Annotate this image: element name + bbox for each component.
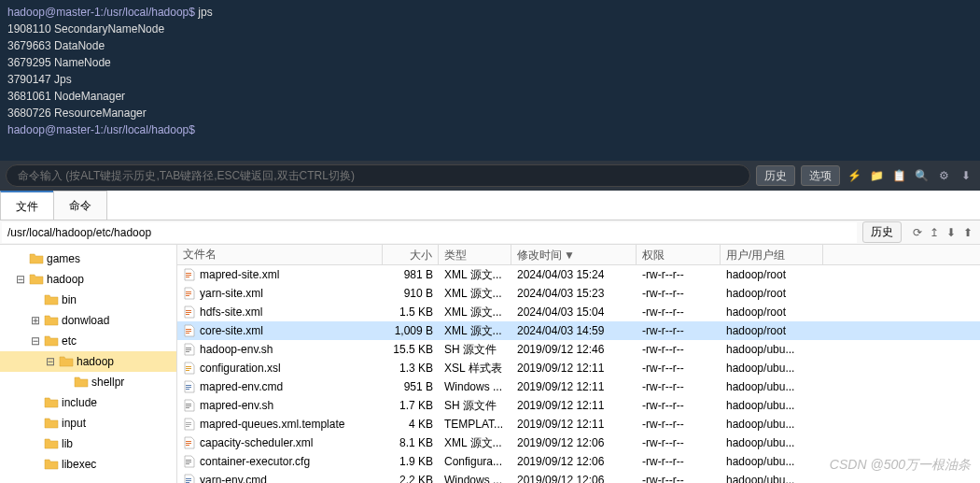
tree-item-input[interactable]: input (0, 413, 176, 433)
file-row[interactable]: core-site.xml1,009 BXML 源文...2024/04/03 … (177, 321, 980, 340)
terminal-prompt: hadoop@master-1:/usr/local/hadoop$ (7, 123, 195, 136)
path-history-button[interactable]: 历史 (862, 221, 902, 243)
file-name: mapred-queues.xml.template (200, 418, 344, 431)
file-icon (183, 343, 196, 356)
file-type: SH 源文件 (439, 397, 511, 415)
terminal-line: 1908110 SecondaryNameNode (7, 21, 973, 37)
file-icon (183, 324, 196, 337)
download-icon[interactable]: ⬇ (946, 226, 956, 239)
terminal-prompt: hadoop@master-1:/usr/local/hadoop$ (7, 6, 195, 19)
header-perm[interactable]: 权限 (637, 245, 721, 264)
file-user: hadoop/ubu... (721, 473, 823, 483)
file-name: mapred-env.sh (200, 399, 273, 412)
path-input[interactable] (2, 222, 857, 243)
header-name[interactable]: 文件名 (177, 245, 383, 264)
svg-rect-2 (186, 277, 189, 277)
upload-icon[interactable]: ⬆ (963, 226, 973, 239)
folder-icon[interactable]: 📁 (868, 167, 885, 184)
header-user[interactable]: 用户/用户组 (721, 245, 823, 264)
file-name: yarn-site.xml (200, 287, 263, 300)
folder-icon (44, 417, 59, 430)
svg-rect-13 (186, 349, 191, 350)
command-input[interactable] (6, 164, 750, 187)
file-size: 8.1 KB (383, 435, 439, 450)
file-mod: 2024/04/03 14:59 (511, 323, 637, 338)
file-mod: 2019/09/12 12:11 (511, 379, 637, 394)
file-type: XML 源文... (439, 322, 511, 340)
up-icon[interactable]: ↥ (930, 226, 939, 239)
search-icon[interactable]: 🔍 (913, 167, 930, 184)
terminal-output[interactable]: hadoop@master-1:/usr/local/hadoop$ jps19… (0, 0, 980, 161)
tab-command[interactable]: 命令 (53, 191, 107, 220)
file-size: 1.9 KB (383, 454, 439, 469)
tree-item-etc[interactable]: ⊟etc (0, 331, 176, 351)
file-user: hadoop/ubu... (721, 435, 823, 450)
svg-rect-3 (186, 291, 191, 292)
file-name: yarn-env.cmd (200, 474, 267, 483)
file-row[interactable]: hdfs-site.xml1.5 KBXML 源文...2024/04/03 1… (177, 303, 980, 321)
history-button[interactable]: 历史 (756, 165, 795, 186)
file-row[interactable]: mapred-env.sh1.7 KBSH 源文件2019/09/12 12:1… (177, 396, 980, 415)
terminal-line: hadoop@master-1:/usr/local/hadoop$ (7, 121, 973, 138)
tree-item-lib[interactable]: lib (0, 433, 176, 454)
folder-icon (29, 252, 44, 265)
file-type: SH 源文件 (439, 341, 511, 359)
tree-item-bin[interactable]: bin (0, 290, 176, 310)
svg-rect-21 (186, 404, 191, 405)
file-name: hadoop-env.sh (200, 343, 273, 356)
file-row[interactable]: container-executor.cfg1.9 KBConfigura...… (177, 452, 980, 471)
svg-rect-16 (186, 368, 191, 369)
file-icon (183, 305, 196, 319)
header-type[interactable]: 类型 (439, 245, 511, 264)
tree-toggle-icon[interactable]: ⊟ (30, 333, 41, 349)
svg-rect-22 (186, 405, 191, 406)
tree-toggle-icon[interactable]: ⊟ (15, 271, 26, 288)
options-button[interactable]: 选项 (801, 165, 840, 186)
terminal-line: hadoop@master-1:/usr/local/hadoop$ jps (7, 4, 973, 21)
file-row[interactable]: capacity-scheduler.xml8.1 KBXML 源文...201… (177, 433, 980, 452)
tree-label: etc (62, 333, 77, 349)
file-type: XML 源文... (439, 434, 511, 452)
terminal-line: 3790147 Jps (7, 71, 973, 88)
file-user: hadoop/root (721, 286, 823, 301)
file-row[interactable]: yarn-env.cmd2.2 KBWindows ...2019/09/12 … (177, 471, 980, 483)
tree-item-hadoop[interactable]: ⊟hadoop (0, 269, 176, 290)
file-size: 981 B (383, 267, 439, 282)
bolt-icon[interactable]: ⚡ (846, 167, 862, 184)
file-row[interactable]: mapred-env.cmd951 BWindows ...2019/09/12… (177, 377, 980, 396)
file-type: Configura... (439, 454, 511, 469)
file-row[interactable]: mapred-site.xml981 BXML 源文...2024/04/03 … (177, 265, 980, 284)
file-row[interactable]: hadoop-env.sh15.5 KBSH 源文件2019/09/12 12:… (177, 340, 980, 359)
copy-icon[interactable]: 📋 (890, 167, 907, 184)
refresh-icon[interactable]: ⟳ (913, 226, 922, 239)
file-row[interactable]: configuration.xsl1.3 KBXSL 样式表2019/09/12… (177, 359, 980, 377)
tree-item-hadoop[interactable]: ⊟hadoop (0, 351, 176, 372)
file-mod: 2019/09/12 12:46 (511, 342, 637, 357)
header-mod[interactable]: 修改时间▼ (511, 245, 637, 264)
download-icon[interactable]: ⬇ (958, 167, 974, 184)
gear-icon[interactable]: ⚙ (935, 167, 952, 184)
folder-tree[interactable]: games⊟hadoopbin⊞donwload⊟etc⊟hadoopshell… (0, 245, 177, 483)
svg-rect-10 (186, 331, 191, 332)
tree-item-donwload[interactable]: ⊞donwload (0, 310, 176, 331)
tab-bar: 文件命令 (0, 191, 980, 220)
terminal-line: 3679295 NameNode (7, 54, 973, 71)
file-perm: -rw-r--r-- (637, 473, 721, 483)
tree-toggle-icon[interactable]: ⊟ (45, 353, 56, 370)
file-type: TEMPLAT... (439, 417, 511, 432)
tab-file[interactable]: 文件 (0, 191, 54, 220)
file-name: container-executor.cfg (200, 455, 310, 468)
file-perm: -rw-r--r-- (637, 417, 721, 432)
file-mod: 2024/04/03 15:24 (511, 267, 637, 282)
file-row[interactable]: mapred-queues.xml.template4 KBTEMPLAT...… (177, 415, 980, 433)
tree-item-games[interactable]: games (0, 249, 176, 269)
header-size[interactable]: 大小 (383, 245, 439, 264)
tree-item-include[interactable]: include (0, 392, 176, 413)
file-size: 910 B (383, 286, 439, 301)
tree-toggle-icon[interactable]: ⊞ (30, 312, 41, 329)
folder-icon (44, 458, 59, 471)
file-list-header: 文件名 大小 类型 修改时间▼ 权限 用户/用户组 (177, 245, 980, 265)
tree-item-shellpr[interactable]: shellpr (0, 372, 176, 392)
tree-item-libexec[interactable]: libexec (0, 454, 176, 475)
file-row[interactable]: yarn-site.xml910 BXML 源文...2024/04/03 15… (177, 284, 980, 303)
